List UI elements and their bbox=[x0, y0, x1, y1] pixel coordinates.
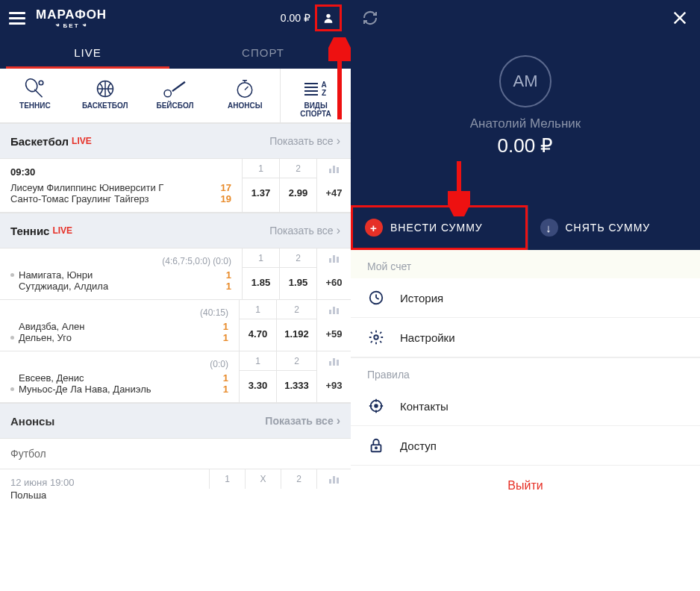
menu-settings[interactable]: Настройки bbox=[351, 318, 700, 357]
svg-rect-24 bbox=[337, 360, 339, 366]
sport-label: БАСКЕТБОЛ bbox=[70, 101, 140, 110]
odds-head: 2 bbox=[280, 248, 316, 268]
team-name: Лисеум Филиппинс Юниверсити Г bbox=[10, 182, 216, 193]
avatar: АМ bbox=[499, 55, 551, 107]
svg-line-32 bbox=[376, 298, 379, 299]
odd-button[interactable]: 2.99 bbox=[280, 178, 316, 207]
team-score: 1 bbox=[223, 332, 228, 343]
close-button[interactable] bbox=[669, 7, 691, 29]
team-score: 17 bbox=[221, 182, 231, 193]
odd-button[interactable]: 1.192 bbox=[277, 319, 316, 348]
svg-rect-22 bbox=[329, 361, 331, 366]
team-score: 1 bbox=[223, 321, 228, 332]
section-rules: Правила bbox=[351, 357, 700, 387]
svg-rect-18 bbox=[337, 257, 339, 263]
refresh-button[interactable] bbox=[360, 7, 381, 28]
tab-sport[interactable]: СПОРТ bbox=[175, 37, 351, 69]
plus-icon: + bbox=[365, 219, 383, 237]
stats-icon bbox=[317, 248, 351, 268]
arrow-down-icon: ↓ bbox=[540, 219, 558, 237]
svg-rect-21 bbox=[337, 308, 339, 314]
team-name: Муньос-Де Ла Нава, Даниэль bbox=[19, 384, 219, 395]
team-name: Сутджиади, Алдила bbox=[19, 281, 222, 292]
odds-head: 2 bbox=[277, 351, 316, 371]
odds-head: 1 bbox=[209, 469, 245, 489]
menu-label: Контакты bbox=[400, 400, 449, 413]
brand-logo: МАРАФОН ༄ БЕТ ༄ bbox=[36, 7, 107, 29]
section-title-anons: Анонсы bbox=[10, 415, 54, 428]
tab-live[interactable]: LIVE bbox=[0, 37, 175, 69]
stopwatch-icon bbox=[234, 78, 256, 100]
more-button[interactable]: +60 bbox=[317, 268, 351, 296]
menu-button[interactable] bbox=[0, 0, 34, 36]
odds-head: 2 bbox=[277, 300, 316, 319]
svg-point-1 bbox=[23, 77, 39, 93]
deposit-button[interactable]: + ВНЕСТИ СУММУ bbox=[351, 205, 528, 250]
menu-label: Доступ bbox=[400, 440, 437, 452]
serve-dot bbox=[10, 336, 14, 340]
profile-button[interactable] bbox=[315, 4, 342, 31]
sport-anons[interactable]: АНОНСЫ bbox=[210, 69, 280, 122]
tennis-match[interactable]: (40:15) Авидзба, Ален1 Дельен, Уго1 14.7… bbox=[0, 300, 351, 351]
tennis-match[interactable]: (4:6,7:5,0:0) (0:0) Намигата, Юнри1 Сутд… bbox=[0, 248, 351, 300]
set-score: (4:6,7:5,0:0) (0:0) bbox=[10, 256, 231, 266]
svg-point-3 bbox=[39, 81, 43, 85]
odd-button[interactable]: 1.95 bbox=[280, 268, 316, 296]
basketball-icon bbox=[94, 78, 116, 100]
annotation-arrow bbox=[328, 37, 351, 127]
team-name: Дельен, Уго bbox=[19, 332, 219, 343]
brand-main: МАРАФОН bbox=[36, 7, 107, 22]
team-score: 1 bbox=[223, 384, 228, 395]
svg-line-8 bbox=[172, 82, 185, 91]
match-time: 09:30 bbox=[10, 166, 231, 178]
odd-button[interactable]: 3.30 bbox=[240, 371, 276, 399]
sport-basketball[interactable]: БАСКЕТБОЛ bbox=[70, 69, 140, 122]
logout-button[interactable]: Выйти bbox=[351, 466, 700, 506]
svg-rect-19 bbox=[329, 310, 331, 314]
section-my-account: Мой счет bbox=[351, 250, 700, 278]
withdraw-button[interactable]: ↓ СНЯТЬ СУММУ bbox=[528, 205, 701, 250]
menu-label: Настройки bbox=[400, 331, 455, 344]
sport-baseball[interactable]: БЕЙСБОЛ bbox=[140, 69, 210, 122]
odd-button[interactable]: 1.333 bbox=[277, 371, 316, 399]
odds-head: 1 bbox=[243, 248, 279, 268]
team-score: 1 bbox=[226, 281, 231, 292]
svg-point-0 bbox=[326, 14, 330, 18]
odd-button[interactable]: 4.70 bbox=[240, 319, 276, 348]
menu-contacts[interactable]: Контакты bbox=[351, 387, 700, 426]
odds-head: 1 bbox=[240, 351, 276, 371]
withdraw-label: СНЯТЬ СУММУ bbox=[566, 222, 651, 234]
odd-button[interactable]: 1.37 bbox=[243, 178, 279, 207]
menu-history[interactable]: История bbox=[351, 278, 700, 318]
sport-tennis[interactable]: ТЕННИС bbox=[0, 69, 70, 122]
menu-access[interactable]: Доступ bbox=[351, 426, 700, 466]
odds-head: 2 bbox=[280, 159, 316, 178]
sport-label: БЕЙСБОЛ bbox=[140, 101, 210, 110]
baseball-icon bbox=[162, 78, 187, 100]
brand-sub: ༄ БЕТ ༄ bbox=[56, 22, 87, 29]
stats-icon bbox=[317, 300, 351, 319]
chevron-right-icon: › bbox=[337, 414, 340, 428]
svg-rect-27 bbox=[337, 478, 339, 484]
show-all-anons[interactable]: Показать все› bbox=[265, 414, 340, 428]
tennis-match[interactable]: (0:0) Евсеев, Денис1 Муньос-Де Ла Нава, … bbox=[0, 351, 351, 403]
basketball-match[interactable]: 09:30 Лисеум Филиппинс Юниверсити Г17 Са… bbox=[0, 159, 351, 213]
more-button[interactable]: +93 bbox=[317, 371, 351, 399]
show-all-basketball[interactable]: Показать все› bbox=[269, 134, 340, 148]
odd-button[interactable]: 1.85 bbox=[243, 268, 279, 296]
team-name: Авидзба, Ален bbox=[19, 321, 219, 332]
odds-head: X bbox=[245, 469, 281, 489]
sport-label: АНОНСЫ bbox=[210, 101, 280, 110]
user-name: Анатолий Мельник bbox=[470, 116, 581, 131]
more-button[interactable]: +59 bbox=[317, 319, 351, 348]
team-name: Евсеев, Денис bbox=[19, 372, 219, 384]
more-button[interactable]: +47 bbox=[317, 178, 351, 207]
show-all-tennis[interactable]: Показать все› bbox=[269, 224, 340, 237]
gear-icon bbox=[368, 329, 384, 345]
refresh-icon bbox=[361, 9, 379, 27]
upcoming-date: 12 июня 19:00 bbox=[10, 477, 199, 488]
section-title-tennis: Теннис bbox=[10, 225, 49, 237]
stats-icon bbox=[317, 351, 351, 371]
svg-rect-23 bbox=[333, 358, 335, 366]
deposit-label: ВНЕСТИ СУММУ bbox=[390, 222, 483, 234]
